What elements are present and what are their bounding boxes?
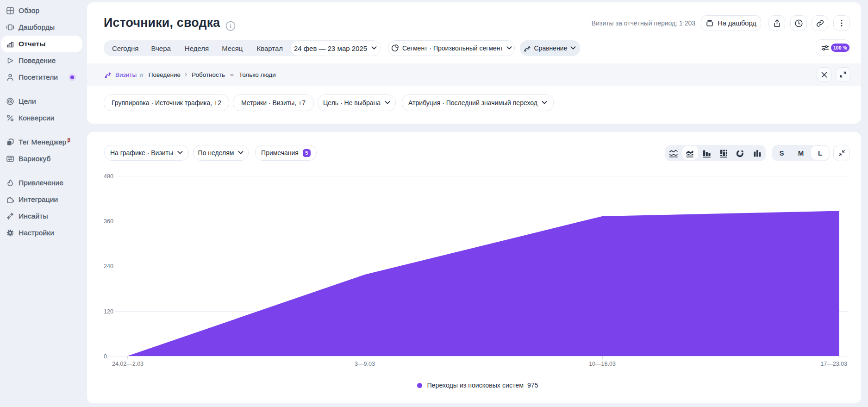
svg-text:3—9.03: 3—9.03 — [355, 361, 375, 367]
svg-text:24.02—2.03: 24.02—2.03 — [112, 361, 144, 367]
svg-text:0: 0 — [104, 353, 107, 360]
svg-text:10—16.03: 10—16.03 — [589, 361, 616, 367]
svg-text:240: 240 — [104, 263, 113, 269]
svg-text:360: 360 — [104, 218, 113, 225]
svg-text:480: 480 — [104, 173, 113, 180]
svg-text:17—23.03: 17—23.03 — [820, 361, 847, 367]
svg-text:120: 120 — [104, 308, 113, 315]
